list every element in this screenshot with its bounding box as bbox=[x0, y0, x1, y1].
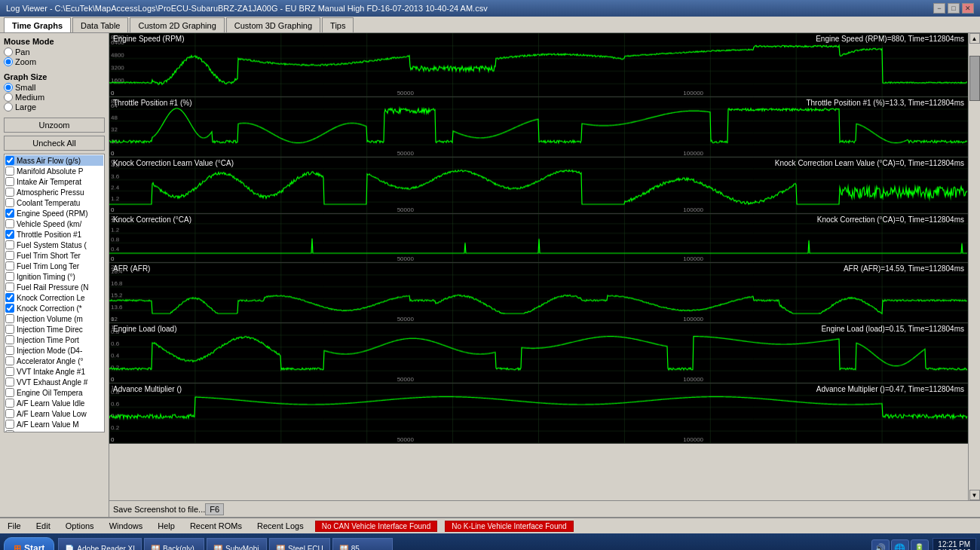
maximize-button[interactable]: □ bbox=[948, 3, 960, 14]
bottom-menu-item[interactable]: Recent Logs bbox=[253, 521, 308, 530]
large-radio[interactable] bbox=[4, 102, 13, 112]
channel-item[interactable]: A/F Learn Value M bbox=[5, 419, 103, 429]
large-radio-item[interactable]: Large bbox=[4, 102, 105, 112]
zoom-radio-item[interactable]: Zoom bbox=[4, 57, 105, 66]
minimize-button[interactable]: − bbox=[933, 3, 945, 14]
tab-time-graphs[interactable]: Time Graphs bbox=[4, 17, 71, 32]
tray-icon-3[interactable]: 🔋 bbox=[911, 539, 929, 550]
medium-radio-item[interactable]: Medium bbox=[4, 93, 105, 102]
channel-item[interactable]: A/F Learn Value Hig bbox=[5, 429, 103, 432]
scrollbar-down-arrow[interactable]: ▼ bbox=[969, 490, 980, 500]
channel-item[interactable]: Manifold Absolute P bbox=[5, 166, 103, 176]
channel-item[interactable]: Knock Correction (* bbox=[5, 303, 103, 313]
unzoom-button[interactable]: Unzoom bbox=[4, 118, 105, 133]
bottom-menu-item[interactable]: File bbox=[4, 521, 25, 530]
channel-checkbox[interactable] bbox=[5, 388, 14, 397]
channel-checkbox[interactable] bbox=[5, 293, 14, 302]
channel-checkbox[interactable] bbox=[5, 156, 14, 165]
channel-checkbox[interactable] bbox=[5, 240, 14, 249]
channel-checkbox[interactable] bbox=[5, 230, 14, 239]
channel-item[interactable]: Fuel Trim Short Ter bbox=[5, 250, 103, 261]
channel-checkbox[interactable] bbox=[5, 420, 14, 429]
channel-checkbox[interactable] bbox=[5, 409, 14, 418]
taskbar-app-item[interactable]: 🪟85 bbox=[332, 538, 393, 550]
taskbar-app-item[interactable]: 🪟SubyMobi bbox=[207, 538, 267, 550]
chart-canvas-engine-load[interactable] bbox=[109, 323, 968, 383]
bottom-menu-item[interactable]: Windows bbox=[106, 521, 147, 530]
tab-data-table[interactable]: Data Table bbox=[72, 17, 128, 32]
channel-item[interactable]: Coolant Temperatu bbox=[5, 197, 103, 208]
small-radio[interactable] bbox=[4, 83, 13, 92]
channel-checkbox[interactable] bbox=[5, 367, 14, 376]
small-radio-item[interactable]: Small bbox=[4, 83, 105, 92]
tray-icon-2[interactable]: 🌐 bbox=[891, 539, 909, 550]
channel-item[interactable]: A/F Learn Value Low bbox=[5, 408, 103, 419]
uncheck-all-button[interactable]: Uncheck All bbox=[4, 136, 105, 151]
channel-checkbox[interactable] bbox=[5, 346, 14, 355]
close-button[interactable]: ✕ bbox=[962, 3, 974, 14]
channel-checkbox[interactable] bbox=[5, 283, 14, 292]
bottom-menu-item[interactable]: Edit bbox=[32, 521, 54, 530]
channel-item[interactable]: Engine Oil Tempera bbox=[5, 387, 103, 398]
chart-canvas-engine-speed[interactable] bbox=[109, 33, 968, 96]
channel-checkbox[interactable] bbox=[5, 304, 14, 313]
channel-checkbox[interactable] bbox=[5, 314, 14, 323]
channel-item[interactable]: A/F Learn Value Idle bbox=[5, 398, 103, 408]
channel-checkbox[interactable] bbox=[5, 335, 14, 344]
taskbar-app-item[interactable]: 🪟Back(gly) bbox=[144, 538, 204, 550]
chart-canvas-afr[interactable] bbox=[109, 263, 968, 322]
taskbar-app-item[interactable]: 📄Adobe Reader XI bbox=[58, 538, 142, 550]
channel-item[interactable]: Atmospheric Pressu bbox=[5, 187, 103, 197]
channel-checkbox[interactable] bbox=[5, 261, 14, 270]
bottom-menu-item[interactable]: Recent ROMs bbox=[186, 521, 246, 530]
channel-item[interactable]: Fuel Trim Long Ter bbox=[5, 261, 103, 271]
tab-tips[interactable]: Tips bbox=[322, 17, 354, 32]
channel-item[interactable]: Accelerator Angle (° bbox=[5, 356, 103, 366]
tray-icon-1[interactable]: 🔊 bbox=[871, 539, 890, 550]
bottom-menu-item[interactable]: Help bbox=[154, 521, 179, 530]
channel-item[interactable]: Vehicle Speed (km/ bbox=[5, 218, 103, 229]
channel-item[interactable]: VVT Exhaust Angle # bbox=[5, 377, 103, 387]
channel-checkbox[interactable] bbox=[5, 167, 14, 176]
zoom-radio[interactable] bbox=[4, 57, 13, 66]
pan-radio[interactable] bbox=[4, 47, 13, 57]
channel-checkbox[interactable] bbox=[5, 430, 14, 432]
channel-checkbox[interactable] bbox=[5, 198, 14, 207]
channel-checkbox[interactable] bbox=[5, 219, 14, 228]
channel-checkbox[interactable] bbox=[5, 356, 14, 365]
channel-item[interactable]: Ignition Timing (°) bbox=[5, 271, 103, 282]
channel-item[interactable]: Intake Air Temperat bbox=[5, 176, 103, 187]
chart-scrollbar[interactable]: ▲ ▼ bbox=[968, 33, 980, 500]
medium-radio[interactable] bbox=[4, 93, 13, 102]
channel-checkbox[interactable] bbox=[5, 209, 14, 218]
channel-item[interactable]: Fuel System Status ( bbox=[5, 240, 103, 250]
scrollbar-thumb[interactable] bbox=[969, 56, 980, 101]
scrollbar-up-arrow[interactable]: ▲ bbox=[969, 33, 980, 44]
tab-custom-2d[interactable]: Custom 2D Graphing bbox=[130, 17, 224, 32]
channel-item[interactable]: Knock Correction Le bbox=[5, 292, 103, 303]
channel-item[interactable]: VVT Intake Angle #1 bbox=[5, 366, 103, 377]
channel-item[interactable]: Injection Time Direc bbox=[5, 324, 103, 335]
channel-checkbox[interactable] bbox=[5, 251, 14, 260]
taskbar-app-item[interactable]: 🪟Steel ECU bbox=[269, 538, 330, 550]
chart-canvas-knock-correction-learn[interactable] bbox=[109, 157, 968, 213]
chart-canvas-throttle-position[interactable] bbox=[109, 97, 968, 157]
channel-list[interactable]: Mass Air Flow (g/s)Manifold Absolute PIn… bbox=[4, 154, 105, 432]
channel-checkbox[interactable] bbox=[5, 272, 14, 281]
pan-radio-item[interactable]: Pan bbox=[4, 47, 105, 57]
channel-checkbox[interactable] bbox=[5, 177, 14, 186]
chart-canvas-advance-multiplier[interactable] bbox=[109, 383, 968, 443]
channel-item[interactable]: Fuel Rail Pressure (N bbox=[5, 282, 103, 292]
channel-checkbox[interactable] bbox=[5, 188, 14, 197]
channel-checkbox[interactable] bbox=[5, 399, 14, 408]
channel-item[interactable]: Mass Air Flow (g/s) bbox=[5, 155, 103, 166]
channel-item[interactable]: Injection Mode (D4- bbox=[5, 345, 103, 356]
bottom-menu-item[interactable]: Options bbox=[62, 521, 98, 530]
channel-item[interactable]: Injection Time Port bbox=[5, 335, 103, 345]
channel-checkbox[interactable] bbox=[5, 377, 14, 387]
channel-item[interactable]: Engine Speed (RPM) bbox=[5, 208, 103, 218]
chart-canvas-knock-correction[interactable] bbox=[109, 214, 968, 262]
channel-item[interactable]: Injection Volume (m bbox=[5, 313, 103, 324]
channel-checkbox[interactable] bbox=[5, 325, 14, 334]
channel-item[interactable]: Throttle Position #1 bbox=[5, 229, 103, 240]
